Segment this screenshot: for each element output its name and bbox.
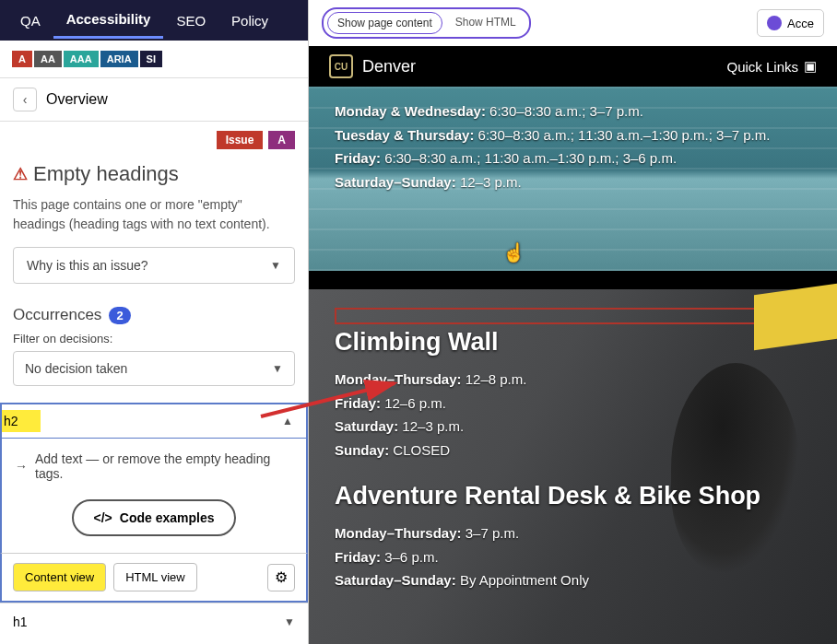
site-preview[interactable]: CU Denver Quick Links ▣ Monday & Wednesd… bbox=[309, 46, 837, 644]
why-issue-expander[interactable]: Why is this an issue? ▼ bbox=[13, 247, 295, 284]
site-brand[interactable]: CU Denver bbox=[329, 54, 416, 78]
chevron-down-icon: ▼ bbox=[270, 259, 281, 272]
show-html-button[interactable]: Show HTML bbox=[446, 12, 525, 34]
occurrence-h2-row[interactable]: h2 ▲ bbox=[0, 403, 308, 439]
quick-links-button[interactable]: Quick Links ▣ bbox=[726, 58, 817, 75]
climb-fr-label: Friday: bbox=[335, 395, 381, 411]
overview-label: Overview bbox=[46, 91, 108, 108]
climbing-wall-heading: Climbing Wall bbox=[335, 328, 811, 357]
preview-toggle: Show page content Show HTML bbox=[322, 7, 531, 39]
occurrence-h1-row[interactable]: h1 ▼ bbox=[0, 603, 308, 640]
tab-seo[interactable]: SEO bbox=[163, 4, 218, 38]
accessibility-button[interactable]: Acce bbox=[757, 9, 824, 37]
tab-accessibility[interactable]: Accessibility bbox=[53, 2, 164, 39]
expand-icon: ▣ bbox=[804, 58, 817, 75]
chip-issue: Issue bbox=[217, 131, 264, 149]
filter-label: Filter on decisions: bbox=[0, 332, 308, 351]
why-label: Why is this an issue? bbox=[27, 258, 148, 273]
fix-text: Add text — or remove the empty heading t… bbox=[35, 451, 293, 481]
pool-tt-label: Tuesday & Thursday: bbox=[335, 127, 474, 143]
code-icon: </> bbox=[94, 510, 112, 525]
badge-aa[interactable]: AA bbox=[33, 50, 63, 68]
pool-fr-label: Friday: bbox=[335, 150, 381, 166]
issue-chips: Issue A bbox=[0, 122, 308, 158]
climb-su-val: CLOSED bbox=[389, 442, 450, 458]
rental-ss-val: By Appointment Only bbox=[456, 572, 589, 588]
rental-mt-label: Monday–Thursday: bbox=[335, 525, 462, 541]
accessibility-label: Acce bbox=[787, 17, 814, 30]
badge-si[interactable]: SI bbox=[139, 50, 163, 68]
code-examples-button[interactable]: </> Code examples bbox=[72, 499, 237, 536]
climb-su-label: Sunday: bbox=[335, 442, 389, 458]
badge-aaa[interactable]: AAA bbox=[63, 50, 100, 68]
fix-suggestion: → Add text — or remove the empty heading… bbox=[0, 439, 308, 494]
breadcrumb: ‹ Overview bbox=[0, 77, 308, 122]
climb-fr-val: 12–6 p.m. bbox=[381, 395, 446, 411]
content-view-button[interactable]: Content view bbox=[13, 563, 106, 591]
back-button[interactable]: ‹ bbox=[13, 88, 37, 111]
html-view-button[interactable]: HTML view bbox=[113, 563, 197, 591]
code-examples-label: Code examples bbox=[120, 510, 215, 525]
gear-icon: ⚙ bbox=[275, 568, 288, 586]
climb-mt-label: Monday–Thursday: bbox=[335, 371, 462, 387]
view-toggle-row: Content view HTML view ⚙ bbox=[0, 553, 308, 603]
site-header: CU Denver Quick Links ▣ bbox=[309, 46, 837, 87]
pool-fr-val: 6:30–8:30 a.m.; 11:30 a.m.–1:30 p.m.; 3–… bbox=[381, 150, 677, 166]
pool-ss-label: Saturday–Sunday: bbox=[335, 174, 456, 190]
filter-value: No decision taken bbox=[25, 361, 127, 376]
occurrences-header: Occurrences 2 bbox=[0, 300, 308, 332]
pool-mw-label: Monday & Wednesday: bbox=[335, 103, 486, 119]
chip-level-a: A bbox=[268, 131, 295, 149]
rental-desk-heading: Adventure Rental Desk & Bike Shop bbox=[335, 482, 811, 510]
arrow-right-icon: → bbox=[15, 459, 28, 474]
chevron-down-icon: ▼ bbox=[284, 615, 295, 628]
climbing-wall-panel: Climbing Wall Monday–Thursday: 12–8 p.m.… bbox=[309, 289, 837, 644]
pool-tt-val: 6:30–8:30 a.m.; 11:30 a.m.–1:30 p.m.; 3–… bbox=[474, 127, 770, 143]
climb-mt-val: 12–8 p.m. bbox=[462, 371, 527, 387]
empty-heading-highlight[interactable] bbox=[335, 308, 811, 324]
cu-logo-icon: CU bbox=[329, 54, 353, 78]
issue-title-row: ⚠ Empty headings bbox=[0, 158, 308, 195]
issue-title: Empty headings bbox=[33, 162, 179, 186]
chevron-up-icon: ▲ bbox=[282, 415, 293, 427]
show-page-content-button[interactable]: Show page content bbox=[327, 12, 442, 34]
settings-button[interactable]: ⚙ bbox=[267, 564, 295, 591]
issue-description: This page contains one or more "empty" h… bbox=[0, 195, 308, 247]
code-examples-row: </> Code examples bbox=[0, 494, 308, 553]
tab-qa[interactable]: QA bbox=[7, 4, 53, 38]
pool-mw-val: 6:30–8:30 a.m.; 3–7 p.m. bbox=[486, 103, 643, 119]
warning-icon: ⚠ bbox=[13, 164, 28, 184]
decision-filter-select[interactable]: No decision taken ▼ bbox=[13, 351, 295, 386]
chevron-down-icon: ▼ bbox=[272, 362, 283, 375]
brand-text: Denver bbox=[362, 57, 416, 76]
accessibility-icon bbox=[767, 16, 782, 30]
climb-sa-val: 12–3 p.m. bbox=[398, 418, 464, 434]
badge-a[interactable]: A bbox=[11, 50, 33, 68]
tab-policy[interactable]: Policy bbox=[218, 4, 281, 38]
badge-aria[interactable]: ARIA bbox=[100, 50, 139, 68]
rental-ss-label: Saturday–Sunday: bbox=[335, 572, 456, 588]
h1-tag-label: h1 bbox=[13, 615, 28, 629]
occurrences-label: Occurrences bbox=[13, 306, 101, 324]
preview-topbar: Show page content Show HTML Acce bbox=[309, 0, 837, 46]
rental-fr-val: 3–6 p.m. bbox=[381, 549, 439, 565]
pool-hours-panel: Monday & Wednesday: 6:30–8:30 a.m.; 3–7 … bbox=[309, 87, 837, 271]
climb-sa-label: Saturday: bbox=[335, 418, 398, 434]
quick-links-label: Quick Links bbox=[726, 59, 798, 75]
occurrences-count: 2 bbox=[109, 307, 130, 324]
h2-tag-label: h2 bbox=[2, 410, 41, 432]
rental-fr-label: Friday: bbox=[335, 549, 381, 565]
rental-mt-val: 3–7 p.m. bbox=[462, 525, 520, 541]
wcag-level-badges: A AA AAA ARIA SI bbox=[0, 41, 308, 77]
main-tabs: QA Accessibility SEO Policy bbox=[0, 0, 308, 41]
pool-ss-val: 12–3 p.m. bbox=[456, 174, 522, 190]
